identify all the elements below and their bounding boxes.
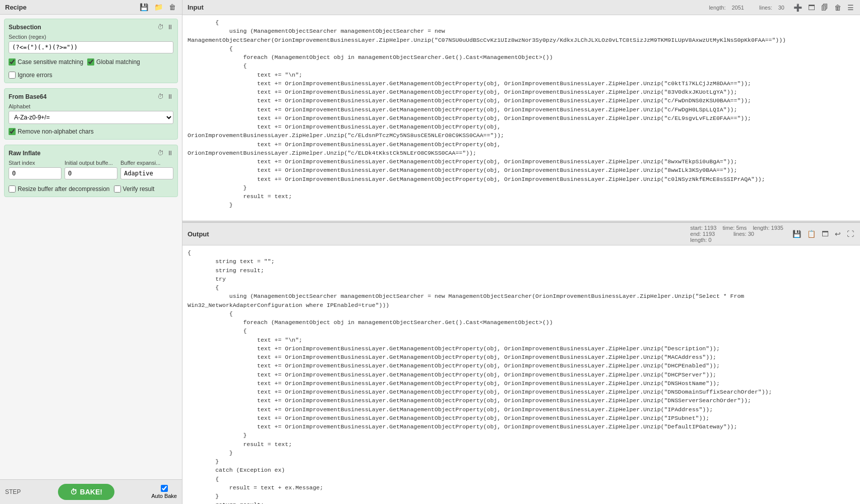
output-length2-value: 0 xyxy=(708,237,711,243)
output-time-label: time: xyxy=(723,225,736,231)
input-expand-button[interactable]: 🗖 xyxy=(807,4,816,12)
delete-recipe-button[interactable]: 🗑 xyxy=(168,3,177,11)
from-base64-header: From Base64 ⏱ ⏸ xyxy=(9,93,173,100)
ignore-errors-checkbox[interactable] xyxy=(9,72,16,79)
start-index-label: Start index xyxy=(9,160,62,166)
bake-label: BAKE! xyxy=(80,488,102,496)
alphabet-select[interactable]: A-Za-z0-9+/= xyxy=(9,111,173,124)
raw-inflate-controls: ⏱ ⏸ xyxy=(157,149,173,157)
recipe-header: Recipe 💾 📁 🗑 xyxy=(0,0,182,15)
section-regex-label: Section (regex) xyxy=(9,34,173,40)
output-lines-label: lines: xyxy=(733,231,748,237)
input-code-area[interactable]: { using (ManagementObjectSearcher manage… xyxy=(182,15,860,221)
resize-buffer-label[interactable]: Resize buffer after decompression xyxy=(9,185,110,193)
case-sensitive-checkbox[interactable] xyxy=(9,58,16,66)
subsection-checkboxes: Case sensitive matching Global matching … xyxy=(9,56,173,79)
raw-inflate-checkboxes: Resize buffer after decompression Verify… xyxy=(9,183,173,193)
output-pane: Output start: 1193 time: 5ms length: 193… xyxy=(182,223,860,504)
input-pane-icons: ➕ 🗖 🗐 🗑 ☰ xyxy=(792,4,855,12)
output-fullscreen-button[interactable]: ⛶ xyxy=(846,230,855,238)
step-label: STEP xyxy=(5,488,21,495)
output-expand-button[interactable]: 🗖 xyxy=(821,230,830,238)
panel-content: Subsection ⏱ ⏸ Section (regex) Case sens… xyxy=(0,15,182,479)
raw-inflate-header: Raw Inflate ⏱ ⏸ xyxy=(9,149,173,157)
input-delete-button[interactable]: 🗑 xyxy=(833,4,842,12)
start-index-input[interactable] xyxy=(9,167,62,179)
input-pane-title: Input xyxy=(188,4,204,11)
raw-inflate-inline-fields: Start index Initial output buffe... Buff… xyxy=(9,160,173,179)
alphabet-label: Alphabet xyxy=(9,103,173,109)
ignore-errors-checkbox-label[interactable]: Ignore errors xyxy=(9,72,52,79)
case-sensitive-checkbox-label[interactable]: Case sensitive matching xyxy=(9,58,83,66)
subsection-pause-icon[interactable]: ⏸ xyxy=(167,23,173,31)
case-sensitive-label: Case sensitive matching xyxy=(18,58,83,66)
output-length2-label: length: xyxy=(690,237,708,243)
input-menu-button[interactable]: ☰ xyxy=(846,4,855,12)
from-base64-pause-icon[interactable]: ⏸ xyxy=(167,93,173,100)
recipe-title: Recipe xyxy=(5,4,27,11)
output-pane-icons: 💾 📋 🗖 ↩ ⛶ xyxy=(791,230,855,238)
initial-output-input[interactable] xyxy=(65,167,117,179)
buffer-expansion-label: Buffer expansi... xyxy=(120,160,173,166)
recipe-header-icons: 💾 📁 🗑 xyxy=(139,3,177,11)
input-length-value: 2051 xyxy=(731,5,744,11)
subsection-clock-icon[interactable]: ⏱ xyxy=(157,23,164,31)
remove-non-alphabet-text: Remove non-alphabet chars xyxy=(18,128,94,135)
raw-inflate-pause-icon[interactable]: ⏸ xyxy=(167,149,173,157)
remove-non-alphabet-label[interactable]: Remove non-alphabet chars xyxy=(9,128,173,135)
right-panel: Input length: 2051 lines: 30 ➕ 🗖 🗐 🗑 ☰ xyxy=(182,0,860,504)
subsection-controls: ⏱ ⏸ xyxy=(157,23,173,31)
input-pane-meta: length: 2051 lines: 30 xyxy=(709,5,784,11)
input-add-button[interactable]: ➕ xyxy=(792,4,803,12)
from-base64-clock-icon[interactable]: ⏱ xyxy=(157,93,164,100)
open-recipe-button[interactable]: 📁 xyxy=(153,3,164,11)
output-end-label: end: xyxy=(690,231,702,237)
from-base64-title: From Base64 xyxy=(9,93,46,100)
resize-buffer-checkbox[interactable] xyxy=(9,185,16,193)
resize-buffer-text: Resize buffer after decompression xyxy=(18,185,110,193)
left-panel: Recipe 💾 📁 🗑 Subsection ⏱ ⏸ Section (reg… xyxy=(0,0,182,504)
raw-inflate-title: Raw Inflate xyxy=(9,150,40,157)
input-lines-label: lines: xyxy=(759,5,772,11)
output-time-value: 5ms xyxy=(736,225,747,231)
auto-bake-group: Auto Bake xyxy=(151,485,177,499)
global-matching-label: Global matching xyxy=(96,58,140,66)
from-base64-controls: ⏱ ⏸ xyxy=(157,93,173,100)
auto-bake-label: Auto Bake xyxy=(151,493,177,499)
bake-icon: ⏱ xyxy=(70,488,77,496)
output-code-area[interactable]: { string text = ""; string result; try {… xyxy=(182,245,860,504)
input-pane: Input length: 2051 lines: 30 ➕ 🗖 🗐 🗑 ☰ xyxy=(182,0,860,221)
subsection-header: Subsection ⏱ ⏸ xyxy=(9,23,173,31)
global-matching-checkbox[interactable] xyxy=(87,58,94,66)
start-index-field: Start index xyxy=(9,160,62,179)
bottom-bar: STEP ⏱ BAKE! Auto Bake xyxy=(0,479,182,504)
auto-bake-checkbox[interactable] xyxy=(161,485,168,492)
buffer-expansion-field: Buffer expansi... xyxy=(120,160,173,179)
global-matching-checkbox-label[interactable]: Global matching xyxy=(87,58,140,66)
input-pane-header: Input length: 2051 lines: 30 ➕ 🗖 🗐 🗑 ☰ xyxy=(182,0,860,15)
output-start-label: start: xyxy=(690,225,704,231)
remove-non-alphabet-checkbox[interactable] xyxy=(9,128,16,135)
verify-result-label[interactable]: Verify result xyxy=(114,185,155,193)
initial-output-label: Initial output buffe... xyxy=(65,160,117,166)
save-recipe-button[interactable]: 💾 xyxy=(139,3,149,11)
output-copy-button[interactable]: 📋 xyxy=(806,230,817,238)
subsection-block: Subsection ⏱ ⏸ Section (regex) Case sens… xyxy=(4,19,178,83)
verify-result-checkbox[interactable] xyxy=(114,185,121,193)
buffer-expansion-input[interactable] xyxy=(120,167,173,179)
bake-button[interactable]: ⏱ BAKE! xyxy=(58,484,114,500)
output-undo-button[interactable]: ↩ xyxy=(834,230,842,238)
output-pane-title: Output xyxy=(188,230,209,238)
ignore-errors-label: Ignore errors xyxy=(18,72,52,79)
raw-inflate-clock-icon[interactable]: ⏱ xyxy=(157,149,164,157)
input-new-button[interactable]: 🗐 xyxy=(820,4,829,12)
input-lines-value: 30 xyxy=(778,5,784,11)
initial-output-field: Initial output buffe... xyxy=(65,160,117,179)
output-end-value: 1193 xyxy=(703,231,715,237)
subsection-title: Subsection xyxy=(9,24,41,31)
section-regex-input[interactable] xyxy=(9,41,173,53)
output-save-button[interactable]: 💾 xyxy=(791,230,802,238)
output-start-value: 1193 xyxy=(704,225,716,231)
verify-result-text: Verify result xyxy=(123,185,155,193)
output-pane-meta: start: 1193 time: 5ms length: 1935 end: … xyxy=(690,225,783,243)
